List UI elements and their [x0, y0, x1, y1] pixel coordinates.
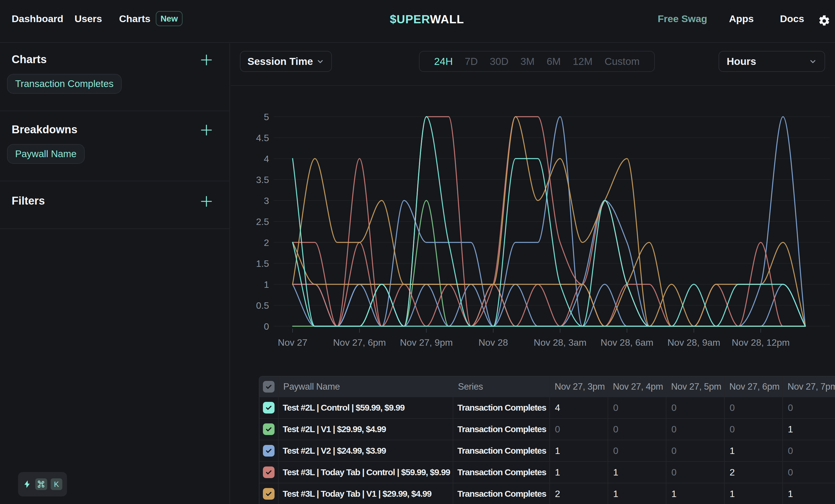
svg-text:Nov 28, 3am: Nov 28, 3am — [534, 337, 586, 348]
svg-text:1.5: 1.5 — [256, 258, 269, 269]
svg-text:Nov 28, 9am: Nov 28, 9am — [667, 337, 720, 348]
svg-text:0.5: 0.5 — [256, 300, 269, 311]
svg-text:2: 2 — [264, 237, 269, 248]
svg-text:4.5: 4.5 — [256, 133, 269, 143]
svg-text:Nov 27: Nov 27 — [278, 337, 307, 348]
svg-text:Nov 27, 9pm: Nov 27, 9pm — [400, 337, 453, 348]
svg-text:Nov 28: Nov 28 — [478, 337, 508, 348]
svg-text:3: 3 — [264, 195, 269, 206]
svg-text:3.5: 3.5 — [256, 174, 269, 185]
svg-text:0: 0 — [264, 321, 269, 332]
svg-text:2.5: 2.5 — [256, 216, 269, 227]
svg-text:1: 1 — [264, 279, 269, 290]
svg-text:Nov 28, 12pm: Nov 28, 12pm — [732, 337, 790, 348]
svg-text:5: 5 — [264, 112, 269, 122]
svg-text:Nov 28, 6am: Nov 28, 6am — [600, 337, 653, 348]
svg-text:4: 4 — [264, 154, 269, 164]
svg-text:Nov 27, 6pm: Nov 27, 6pm — [333, 337, 386, 348]
